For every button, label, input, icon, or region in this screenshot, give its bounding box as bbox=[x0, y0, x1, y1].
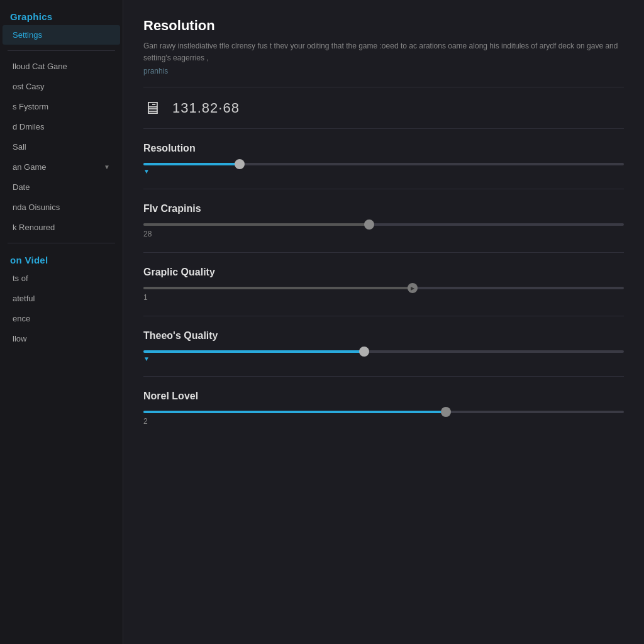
slider-container-flv-crapinis bbox=[143, 223, 624, 226]
setting-label-graplic-quality: Graplic Quality bbox=[143, 267, 624, 278]
sidebar-item-an-game[interactable]: an Game▼ bbox=[3, 157, 120, 177]
sidebar-item-nda-oisunics[interactable]: nda Oisunics bbox=[3, 197, 120, 217]
slider-thumb-graplic-quality[interactable]: ▶ bbox=[408, 283, 418, 293]
sidebar-item-sall[interactable]: Sall bbox=[3, 137, 120, 157]
setting-block-theeo-quality: Theeo's Quality▼ bbox=[143, 330, 624, 362]
sidebar-item-ence[interactable]: ence bbox=[3, 309, 120, 328]
sidebar-item-lloud-cat-gane[interactable]: lloud Cat Gane bbox=[3, 57, 120, 76]
top-divider bbox=[143, 87, 624, 87]
setting-divider-flv-crapinis bbox=[143, 252, 624, 253]
sidebar-section-graphics: Graphics bbox=[0, 5, 123, 25]
sidebar-item-atetful[interactable]: atetful bbox=[3, 289, 120, 308]
slider-thumb-flv-crapinis[interactable] bbox=[364, 219, 374, 230]
setting-divider-resolution bbox=[143, 189, 624, 189]
main-content: Resolution Gan rawy instlediative tfle c… bbox=[123, 0, 644, 644]
page-description: Gan rawy instlediative tfle clrensy fus … bbox=[143, 40, 624, 64]
chevron-icon: ▼ bbox=[104, 164, 110, 170]
monitor-icon: 🖥 bbox=[143, 97, 161, 118]
sidebar-item-settings[interactable]: Settings bbox=[3, 25, 120, 45]
slider-fill-graplic-quality bbox=[143, 287, 413, 289]
sidebar-item-s-fystorm[interactable]: s Fystorm bbox=[3, 97, 120, 116]
dropdown-arrow-resolution[interactable]: ▼ bbox=[143, 168, 624, 175]
sidebar-item-ts-of[interactable]: ts of bbox=[3, 269, 120, 288]
page-subtitle: pranhis bbox=[143, 67, 624, 75]
setting-divider-theeo-quality bbox=[143, 376, 624, 377]
sidebar-item-ost-casy[interactable]: ost Casy bbox=[3, 77, 120, 96]
sidebar-divider-1 bbox=[8, 50, 115, 51]
slider-thumb-resolution[interactable] bbox=[235, 159, 245, 169]
sidebar-item-date[interactable]: Date bbox=[3, 177, 120, 197]
sidebar-section2-items: ts ofatetfulencellow bbox=[0, 268, 123, 349]
slider-value-norel-lovel: 2 bbox=[143, 417, 624, 426]
dropdown-arrow-theeo-quality[interactable]: ▼ bbox=[143, 355, 624, 362]
slider-container-graplic-quality: ▶ bbox=[143, 287, 624, 289]
display-resolution-value: 131.82·68 bbox=[172, 100, 240, 116]
slider-fill-resolution bbox=[143, 163, 240, 165]
setting-block-graplic-quality: Graplic Quality▶1 bbox=[143, 267, 624, 302]
sidebar-section-onvidel: on Videl bbox=[0, 248, 123, 268]
setting-label-norel-lovel: Norel Lovel bbox=[143, 391, 624, 402]
settings-container: Resolution▼Flv Crapinis28Graplic Quality… bbox=[143, 143, 624, 426]
sidebar-divider-2 bbox=[8, 243, 115, 243]
slider-container-resolution bbox=[143, 163, 624, 165]
setting-block-resolution: Resolution▼ bbox=[143, 143, 624, 175]
mid-divider bbox=[143, 128, 624, 129]
slider-thumb-theeo-quality[interactable] bbox=[359, 347, 369, 357]
slider-value-graplic-quality: 1 bbox=[143, 293, 624, 302]
setting-label-theeo-quality: Theeo's Quality bbox=[143, 330, 624, 341]
setting-divider-graplic-quality bbox=[143, 316, 624, 316]
sidebar: Graphics Settings lloud Cat Ganeost Casy… bbox=[0, 0, 123, 644]
sidebar-item-d-dmiles[interactable]: d Dmiles bbox=[3, 117, 120, 136]
setting-block-flv-crapinis: Flv Crapinis28 bbox=[143, 203, 624, 238]
setting-block-norel-lovel: Norel Lovel2 bbox=[143, 391, 624, 426]
slider-value-flv-crapinis: 28 bbox=[143, 230, 624, 238]
slider-fill-theeo-quality bbox=[143, 350, 364, 353]
page-title: Resolution bbox=[143, 18, 624, 34]
sidebar-nav: lloud Cat Ganeost Casys Fystormd DmilesS… bbox=[0, 56, 123, 238]
sidebar-item-llow[interactable]: llow bbox=[3, 329, 120, 348]
setting-label-flv-crapinis: Flv Crapinis bbox=[143, 203, 624, 214]
slider-container-norel-lovel bbox=[143, 411, 624, 413]
slider-container-theeo-quality bbox=[143, 350, 624, 353]
setting-label-resolution: Resolution bbox=[143, 143, 624, 154]
sidebar-item-k-renoured[interactable]: k Renoured bbox=[3, 218, 120, 237]
slider-fill-flv-crapinis bbox=[143, 223, 369, 226]
display-info: 🖥 131.82·68 bbox=[143, 97, 624, 118]
slider-thumb-norel-lovel[interactable] bbox=[441, 407, 451, 417]
slider-fill-norel-lovel bbox=[143, 411, 446, 413]
